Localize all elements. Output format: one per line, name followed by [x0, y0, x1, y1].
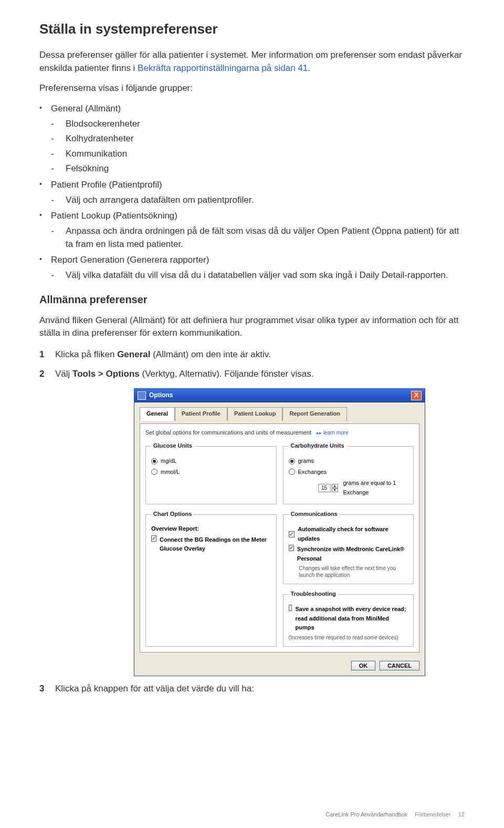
- group-report: Report Generation (Generera rapporter): [51, 255, 209, 265]
- list-item: Patient Profile (Patientprofil) Välj och…: [51, 179, 465, 206]
- glucose-units-legend: Glucose Units: [151, 441, 194, 451]
- list-item: General (Allmänt) Blodsockerenheter Kolh…: [51, 102, 465, 175]
- close-button[interactable]: X: [411, 391, 422, 400]
- checkbox-auto-update[interactable]: [289, 531, 295, 537]
- exchange-spinner-value: 15: [318, 484, 331, 492]
- preference-groups-list: General (Allmänt) Blodsockerenheter Kolh…: [39, 102, 465, 282]
- label-connect-bg: Connect the BG Readings on the Meter Glu…: [160, 535, 271, 554]
- group-profile: Patient Profile (Patientprofil): [51, 180, 162, 190]
- list-item: Felsökning: [66, 162, 465, 175]
- groups-intro: Preferenserna visas i följande grupper:: [39, 82, 465, 95]
- spinner-up-icon[interactable]: ▲: [332, 484, 338, 488]
- radio-mgdl[interactable]: [151, 458, 158, 464]
- group-general: General (Allmänt): [51, 104, 121, 113]
- carb-units-legend: Carbohydrate Units: [289, 441, 346, 451]
- label-auto-update: Automatically check for software updates: [298, 525, 408, 543]
- step-1: Klicka på fliken General (Allmänt) om de…: [55, 347, 465, 361]
- dialog-title: Options: [149, 390, 173, 400]
- tab-report-generation[interactable]: Report Generation: [282, 407, 347, 421]
- list-item: Välj vilka datafält du vill visa då du i…: [66, 269, 465, 282]
- dialog-titlebar[interactable]: Options X: [134, 389, 425, 402]
- chart-options-legend: Chart Options: [151, 510, 194, 519]
- page-title: Ställa in systempreferenser: [39, 21, 465, 37]
- spinner-down-icon[interactable]: ▼: [332, 488, 338, 492]
- app-icon: [138, 391, 146, 400]
- learn-more-link[interactable]: learn more: [317, 429, 348, 437]
- footer-page-number: 12: [458, 811, 465, 817]
- label-grams: grams: [298, 457, 314, 466]
- tab-panel-general: Set global options for communications an…: [140, 423, 419, 653]
- exchange-spinner-label: grams are equal to 1 Exchange: [343, 479, 408, 497]
- communications-legend: Communications: [289, 510, 340, 519]
- carbohydrate-units-group: Carbohydrate Units grams Exchanges: [283, 441, 414, 504]
- communications-group: Communications Automatically check for s…: [283, 510, 414, 584]
- steps-list: Klicka på fliken General (Allmänt) om de…: [39, 347, 465, 696]
- intro-text-suffix: .: [308, 63, 310, 73]
- checkbox-save-snapshot[interactable]: [289, 605, 292, 611]
- sub-heading: Allmänna preferenser: [39, 294, 465, 306]
- list-item: Kolhydratenheter: [66, 132, 465, 146]
- group-lookup: Patient Lookup (Patientsökning): [51, 211, 177, 221]
- radio-exchanges[interactable]: [289, 469, 295, 475]
- list-item: Report Generation (Generera rapporter) V…: [51, 254, 465, 282]
- exchange-spinner[interactable]: 15 ▲ ▼: [318, 484, 338, 492]
- tab-patient-profile[interactable]: Patient Profile: [175, 407, 227, 421]
- list-item: Blodsockerenheter: [66, 118, 465, 131]
- footer-section: Förberedelser: [415, 811, 450, 817]
- radio-grams[interactable]: [289, 458, 295, 464]
- label-mgdl: mg/dL: [161, 457, 177, 466]
- step-3: Klicka på knappen för att välja det värd…: [55, 681, 465, 696]
- label-mmol: mmol/L: [161, 468, 180, 477]
- step-2: Välj Tools > Options (Verktyg, Alternati…: [55, 367, 465, 676]
- intro-paragraph: Dessa preferenser gäller för alla patien…: [39, 49, 465, 75]
- list-item: Anpassa och ändra ordningen på de fält s…: [66, 225, 465, 251]
- chart-options-group: Chart Options Overview Report: Connect t…: [145, 510, 277, 646]
- page-footer: CareLink Pro Användarhandbok Förberedels…: [326, 811, 465, 817]
- label-exchanges: Exchanges: [298, 468, 327, 477]
- tab-patient-lookup[interactable]: Patient Lookup: [227, 407, 282, 421]
- dialog-tabs: General Patient Profile Patient Lookup R…: [140, 407, 419, 420]
- panel-description: Set global options for communications an…: [145, 428, 311, 438]
- close-icon: X: [414, 390, 418, 400]
- troubleshooting-legend: Troubleshooting: [289, 589, 338, 599]
- list-item: Patient Lookup (Patientsökning) Anpassa …: [51, 210, 465, 251]
- ok-button[interactable]: OK: [351, 661, 376, 670]
- label-sync-carelink: Synchronize with Medtronic CareLink® Per…: [297, 545, 408, 563]
- snapshot-note: (Increases time required to read some de…: [289, 634, 408, 641]
- radio-mmol[interactable]: [151, 469, 158, 475]
- options-dialog: Options X General Patient Profile Patien…: [134, 388, 425, 676]
- tab-general[interactable]: General: [140, 407, 175, 421]
- intro-link[interactable]: Bekräfta rapportinställningarna på sidan…: [138, 63, 308, 73]
- cancel-button[interactable]: CANCEL: [380, 661, 419, 670]
- checkbox-connect-bg[interactable]: [151, 535, 156, 542]
- list-item: Kommunikation: [66, 148, 465, 161]
- checkbox-sync-carelink[interactable]: [289, 545, 294, 551]
- footer-product: CareLink Pro Användarhandbok: [326, 811, 407, 817]
- sub-paragraph: Använd fliken General (Allmänt) för att …: [39, 314, 465, 340]
- list-item: Välj och arrangera datafälten om patient…: [66, 194, 465, 207]
- label-save-snapshot: Save a snapshot with every device read; …: [295, 605, 408, 633]
- troubleshooting-group: Troubleshooting Save a snapshot with eve…: [283, 589, 414, 646]
- glucose-units-group: Glucose Units mg/dL mmol/L: [145, 441, 277, 504]
- overview-report-label: Overview Report:: [151, 524, 199, 534]
- sync-note: Changes will take effect the next time y…: [299, 565, 408, 578]
